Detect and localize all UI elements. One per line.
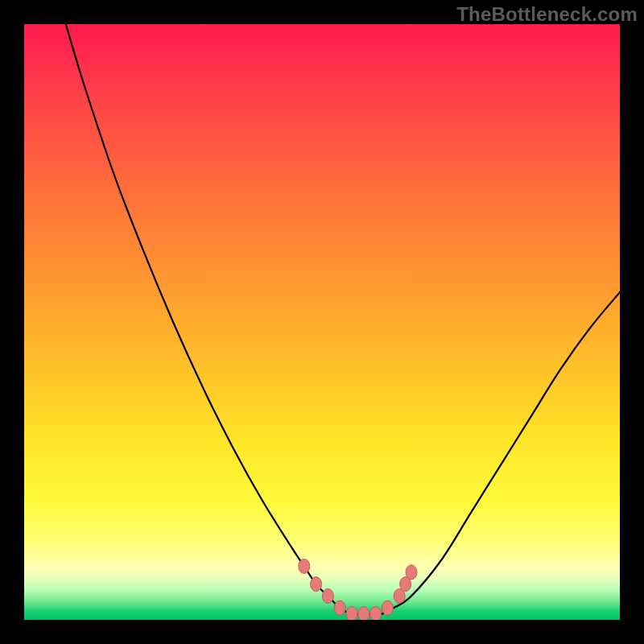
curve-marker: [334, 601, 345, 615]
plot-area: [24, 24, 620, 620]
chart-frame: TheBottleneck.com: [0, 0, 644, 644]
curve-marker: [406, 565, 417, 580]
curve-marker: [358, 607, 369, 620]
curve-marker: [370, 607, 382, 620]
bottleneck-curve: [66, 24, 620, 614]
curve-marker: [382, 601, 393, 615]
curve-marker: [322, 588, 333, 603]
curve-marker: [346, 607, 357, 620]
curve-marker-group: [299, 559, 417, 620]
watermark-text: TheBottleneck.com: [456, 3, 638, 26]
curve-marker: [299, 559, 310, 573]
bottleneck-curve-svg: [24, 24, 620, 620]
curve-marker: [311, 577, 322, 592]
